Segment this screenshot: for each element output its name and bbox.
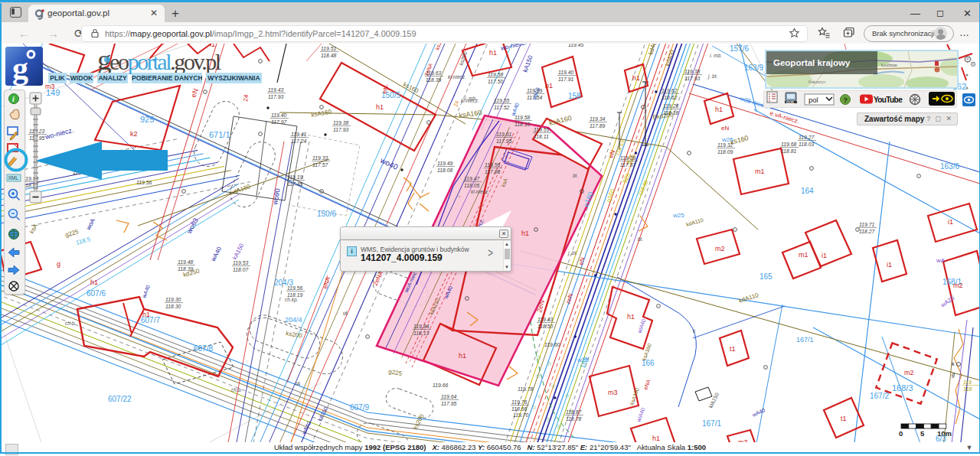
svg-text:XML: XML xyxy=(8,175,19,181)
svg-text:118.18: 118.18 xyxy=(663,110,679,116)
svg-text:0: 0 xyxy=(899,429,903,438)
svg-text:167/2: 167/2 xyxy=(870,392,889,400)
svg-text:i: i xyxy=(12,95,15,103)
svg-text:m1: m1 xyxy=(799,251,808,259)
svg-text:119.76: 119.76 xyxy=(511,399,528,405)
svg-text:m2: m2 xyxy=(904,369,914,376)
svg-text:119.40: 119.40 xyxy=(558,70,574,75)
svg-text:ki-niecz.: ki-niecz. xyxy=(448,74,466,80)
svg-text:119.41: 119.41 xyxy=(291,132,307,137)
svg-text:?: ? xyxy=(844,96,848,104)
svg-text:m3: m3 xyxy=(608,389,618,396)
svg-text:607/22: 607/22 xyxy=(108,395,132,403)
svg-text:119.19: 119.19 xyxy=(287,174,303,180)
svg-text:167/1: 167/1 xyxy=(702,419,721,428)
svg-text:119.30: 119.30 xyxy=(165,297,181,302)
svg-text:h1: h1 xyxy=(459,352,466,360)
svg-text:119.55: 119.55 xyxy=(494,98,510,103)
svg-text:117.93: 117.93 xyxy=(333,127,349,132)
svg-text:118.13: 118.13 xyxy=(413,331,430,336)
svg-text:h1: h1 xyxy=(376,103,384,111)
svg-text:118.07: 118.07 xyxy=(233,267,249,272)
svg-text:6/3: 6/3 xyxy=(936,435,946,442)
svg-text:119.71: 119.71 xyxy=(859,222,875,227)
svg-text:119.63: 119.63 xyxy=(426,70,442,76)
svg-text:118.81: 118.81 xyxy=(781,148,797,154)
svg-text:ch.b.: ch.b. xyxy=(231,387,242,392)
svg-text:117.54: 117.54 xyxy=(527,95,543,100)
svg-text:h1: h1 xyxy=(521,230,529,237)
svg-text:☆: ☆ xyxy=(545,416,550,423)
svg-text:168/3: 168/3 xyxy=(892,383,913,392)
svg-text:h1: h1 xyxy=(715,106,723,113)
svg-text:117.91: 117.91 xyxy=(558,77,574,82)
svg-text:117.95: 117.95 xyxy=(496,138,512,144)
svg-text:g: g xyxy=(12,50,28,86)
svg-text:119.40: 119.40 xyxy=(271,112,287,118)
svg-text:117.95: 117.95 xyxy=(441,401,457,406)
svg-text:bt.: bt. xyxy=(638,236,643,242)
svg-text:☆: ☆ xyxy=(564,392,570,399)
svg-text:ch.b.: ch.b. xyxy=(65,321,76,326)
svg-text:119.53: 119.53 xyxy=(233,260,249,265)
svg-text:119.61: 119.61 xyxy=(496,132,512,137)
svg-text:h1: h1 xyxy=(90,278,98,286)
svg-text:119: 119 xyxy=(963,379,972,385)
svg-text:h1: h1 xyxy=(632,74,640,82)
svg-text:119.68: 119.68 xyxy=(781,142,797,147)
svg-text:tA: tA xyxy=(296,381,300,386)
svg-text:117.52: 117.52 xyxy=(494,105,510,110)
svg-text:m2: m2 xyxy=(953,282,963,289)
svg-text:119.58: 119.58 xyxy=(488,72,504,77)
svg-text:i1: i1 xyxy=(887,261,892,269)
svg-text:☆: ☆ xyxy=(547,360,552,367)
svg-text:h1: h1 xyxy=(627,313,635,321)
svg-text:117.89: 117.89 xyxy=(590,123,606,129)
svg-text:5: 5 xyxy=(920,429,925,438)
svg-text:t1: t1 xyxy=(841,415,847,422)
svg-text:118.50: 118.50 xyxy=(537,324,554,329)
svg-text:☆: ☆ xyxy=(550,383,556,390)
svg-text:118.08: 118.08 xyxy=(437,168,453,173)
svg-text:119.45: 119.45 xyxy=(568,44,584,47)
svg-text:m1: m1 xyxy=(755,168,765,175)
svg-text:☆: ☆ xyxy=(536,354,541,361)
svg-text:165: 165 xyxy=(760,272,773,281)
svg-text:119.43: 119.43 xyxy=(268,87,284,93)
svg-text:119.56: 119.56 xyxy=(485,162,501,168)
svg-text:⚙: ⚙ xyxy=(970,60,976,68)
svg-text:117.97: 117.97 xyxy=(271,119,287,125)
svg-text:eN: eN xyxy=(721,125,729,132)
svg-text:w25: w25 xyxy=(672,212,684,219)
svg-text:607/6: 607/6 xyxy=(87,289,106,298)
svg-text:118.30: 118.30 xyxy=(165,304,181,309)
svg-text:118.03: 118.03 xyxy=(799,142,815,147)
svg-text:ch.kp.: ch.kp. xyxy=(285,297,299,303)
svg-text:607/8: 607/8 xyxy=(194,344,213,353)
svg-text:118.48: 118.48 xyxy=(321,53,337,58)
svg-text:119.38: 119.38 xyxy=(333,120,349,125)
svg-text:117.50: 117.50 xyxy=(488,79,504,84)
svg-text:117.93: 117.93 xyxy=(268,94,284,99)
svg-text:119.34: 119.34 xyxy=(590,116,606,122)
svg-text:671/1: 671/1 xyxy=(209,130,230,139)
svg-text:117.86: 117.86 xyxy=(485,169,501,174)
svg-text:119.59: 119.59 xyxy=(527,88,543,93)
svg-text:g: g xyxy=(57,260,60,268)
svg-text:t1: t1 xyxy=(730,345,736,353)
svg-text:150/6: 150/6 xyxy=(317,210,336,218)
svg-text:i. mb.: i. mb. xyxy=(710,53,722,58)
svg-text:117.45: 117.45 xyxy=(287,181,303,187)
svg-text:119.33: 119.33 xyxy=(312,155,328,161)
svg-text:158: 158 xyxy=(568,92,581,100)
svg-text:YouTube: YouTube xyxy=(874,96,903,104)
svg-text:119.39: 119.39 xyxy=(620,155,636,161)
svg-text:119.56: 119.56 xyxy=(136,180,152,185)
svg-text:k2: k2 xyxy=(130,130,138,138)
svg-text:119.43: 119.43 xyxy=(537,317,554,322)
svg-text:i. mb.: i. mb. xyxy=(465,96,477,101)
svg-text:117.87: 117.87 xyxy=(620,162,636,168)
svg-text:163/6: 163/6 xyxy=(940,162,959,171)
svg-text:119.56: 119.56 xyxy=(287,285,303,291)
svg-text:119.32: 119.32 xyxy=(717,142,733,148)
